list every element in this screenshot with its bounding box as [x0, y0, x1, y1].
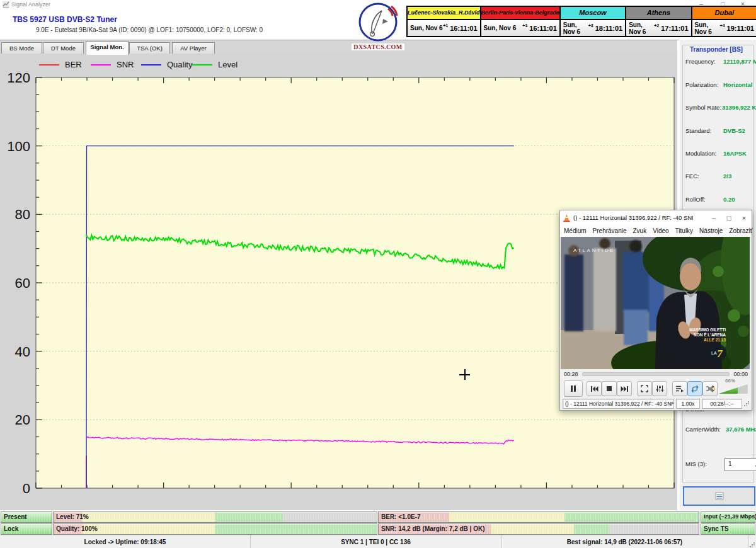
row-frequency: Frequency:12110,877 MHz — [685, 58, 752, 66]
clock-date: Sun, Nov 6 — [484, 25, 517, 31]
pause-icon — [570, 385, 577, 392]
vlc-titlebar[interactable]: () - 12111 Horizontal 31396,922 / RF: -4… — [560, 210, 752, 225]
snr-line-swatch — [91, 64, 111, 66]
vlc-resize-grip[interactable] — [744, 401, 749, 406]
next-button[interactable] — [617, 381, 632, 396]
tab-av-player[interactable]: AV Player — [172, 42, 215, 54]
clock-athens: Athens Sun, Nov 6+217:11:01 — [626, 7, 692, 36]
menu-audio[interactable]: Zvuk — [633, 227, 647, 234]
legend-label: Level — [218, 60, 238, 69]
seek-slider[interactable] — [582, 372, 730, 376]
row-rolloff: RollOff:0.20 — [685, 196, 752, 204]
field-value: DVB-S2 — [723, 127, 745, 134]
volume-slider[interactable] — [719, 384, 748, 394]
mis-select[interactable]: 1⌄ — [724, 458, 756, 471]
field-label: FEC: — [685, 173, 699, 180]
sync-ts-indicator: Sync TS — [701, 523, 755, 535]
previous-icon — [590, 385, 598, 392]
tuner-name: TBS 5927 USB DVB-S2 Tuner — [13, 15, 117, 24]
field-label: CarrierWidth: — [685, 426, 721, 433]
svg-text:100: 100 — [7, 139, 30, 154]
clock-city-label: Athens — [626, 7, 690, 20]
clock-berlin: Berlin-Paris-Vienna-Belgrade Sun, Nov 6+… — [481, 7, 561, 36]
previous-button[interactable] — [587, 381, 602, 396]
playback-rate[interactable]: 1.00x — [676, 399, 700, 409]
time-display[interactable]: 00:28/--:-- — [702, 399, 742, 409]
tab-dt-mode[interactable]: DT Mode — [43, 42, 84, 54]
fullscreen-button[interactable] — [637, 381, 652, 396]
quality-line-swatch — [141, 64, 161, 66]
ber-meter: BER: <1.0E-7 — [378, 511, 699, 523]
svg-text:ALLE 21.15: ALLE 21.15 — [704, 338, 726, 342]
crosshair-cursor — [459, 369, 470, 380]
clock-date: Sun, Nov 6 — [563, 21, 588, 35]
playlist-icon — [675, 385, 684, 392]
field-value: 16APSK — [723, 150, 747, 157]
menu-playback[interactable]: Prehrávanie — [593, 227, 627, 234]
stop-button[interactable] — [602, 381, 617, 396]
app-icon — [3, 1, 9, 8]
svg-text:MASSIMO GILETTI: MASSIMO GILETTI — [689, 328, 726, 332]
signal-analyzer-window: Signal Analyzer – □ × TBS 5927 USB DVB-S… — [0, 0, 756, 548]
level-line-swatch — [192, 64, 212, 66]
pause-button[interactable] — [564, 380, 583, 397]
clock-time: 17:11:01 — [661, 25, 688, 32]
details-list-icon — [715, 492, 724, 500]
svg-text:120: 120 — [7, 70, 30, 86]
field-value: Horizontal — [723, 81, 752, 88]
window-title: Signal Analyzer — [11, 1, 50, 8]
row-carrier-width: CarrierWidth:37,676 MHz — [685, 426, 752, 434]
status-best-signal: Best signal: 14,9 dB (2022-11-06 06:57) — [501, 535, 748, 548]
menu-tools[interactable]: Nástroje — [699, 227, 723, 234]
status-bar: Locked -> Uptime: 09:18:45 SYNC 1 | TEI … — [0, 535, 756, 548]
mis-value: 1 — [728, 460, 732, 467]
logo-text: DXSATCS.COM — [352, 43, 404, 50]
elapsed-time: 00:28 — [564, 371, 578, 377]
field-label: Frequency: — [685, 58, 716, 65]
clock-utc-offset: +3 — [588, 23, 593, 28]
vlc-statusbar: () - 12111 Horizontal 31396,922 / RF: -4… — [560, 397, 752, 409]
row-mis: MIS (3): 1⌄ — [685, 460, 752, 469]
field-label: RollOff: — [685, 196, 706, 203]
tab-signal-mon[interactable]: Signal Mon. — [86, 41, 129, 55]
menu-medium[interactable]: Médium — [564, 227, 587, 234]
vlc-minimize-button[interactable]: – — [706, 214, 721, 222]
vlc-video-frame[interactable]: ATLANTIDE MASSIMO GILETTI NON È L'ARENA … — [561, 237, 750, 369]
legend-label: Quality — [167, 60, 192, 69]
playlist-button[interactable] — [672, 381, 687, 396]
meter-label: Level: 71% — [56, 513, 89, 520]
equalizer-icon — [656, 385, 664, 392]
vlc-maximize-button[interactable]: □ — [721, 214, 736, 222]
lock-indicator: Lock — [1, 523, 52, 535]
svg-text:60: 60 — [15, 275, 30, 291]
menu-subtitles[interactable]: Titulky — [675, 227, 694, 234]
clock-time: 18:11:01 — [595, 25, 622, 32]
vlc-close-button[interactable]: × — [736, 214, 752, 222]
vlc-window-title: () - 12111 Horizontal 31396,922 / RF: -4… — [573, 214, 693, 221]
field-label: Standard: — [685, 127, 711, 134]
clock-time: 16:11:01 — [529, 25, 556, 32]
present-indicator: Present — [1, 511, 52, 523]
tuner-info: 9.0E - Eutelsat 9B/Ka-Sat 9A (ID: 0090) … — [36, 26, 263, 33]
volume-fill — [719, 384, 738, 394]
svg-text:0: 0 — [23, 481, 30, 496]
speaker-icon[interactable] — [707, 385, 716, 393]
window-resize-grip[interactable] — [750, 542, 755, 547]
loop-button[interactable] — [687, 381, 702, 396]
row-polarization: Polarization:Horizontal — [685, 81, 752, 89]
meter-label: SNR: 14,2 dB (Margin: 7,2 dB | OK) — [381, 525, 484, 532]
row-symbol-rate: Symbol Rate:31396,922 KS/s — [685, 104, 752, 112]
menu-video[interactable]: Video — [653, 227, 668, 234]
clock-time: 16:11:01 — [450, 25, 477, 32]
legend-ber: BER — [39, 60, 82, 69]
menu-view[interactable]: Zobraziť — [729, 227, 752, 234]
tab-tsa[interactable]: TSA (OK) — [129, 42, 170, 54]
details-button[interactable] — [683, 486, 755, 506]
clock-date: Sun, Nov 6 — [695, 21, 720, 35]
clock-city-label: Lučenec-Slovakia_R.Dávid — [408, 7, 480, 20]
chevron-down-icon: ⌄ — [753, 460, 756, 471]
dxsatcs-logo: DXSATCS.COM — [352, 1, 404, 50]
tab-bs-mode[interactable]: BS Mode — [1, 42, 42, 54]
meter-label: Input (~21,39 Mbps) — [704, 513, 756, 520]
adjustments-button[interactable] — [652, 381, 667, 396]
